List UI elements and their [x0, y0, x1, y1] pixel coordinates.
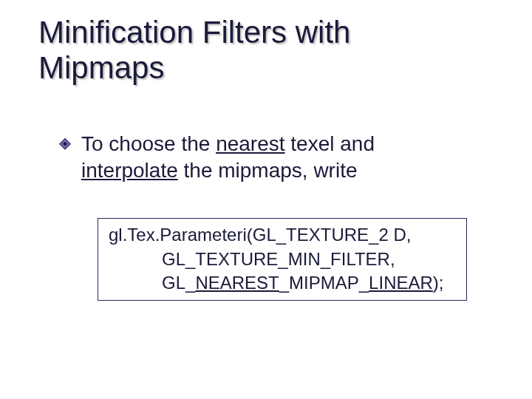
code-frag: GL_	[162, 273, 195, 293]
title-line-2: Mipmaps	[38, 50, 532, 86]
code-line-3: GL_NEAREST_MIPMAP_LINEAR);	[109, 271, 456, 295]
code-linear: LINEAR	[369, 273, 433, 293]
text-frag: the mipmaps, write	[178, 159, 358, 182]
title-line-1: Minification Filters with	[38, 15, 532, 50]
text-nearest: nearest	[216, 132, 284, 155]
slide-title: Minification Filters with Mipmaps	[0, 0, 532, 89]
code-block: gl.Tex.Parameteri(GL_TEXTURE_2 D, GL_TEX…	[98, 218, 467, 300]
text-frag: texel and	[285, 132, 375, 155]
code-line-1: gl.Tex.Parameteri(GL_TEXTURE_2 D,	[109, 223, 456, 247]
code-line-2: GL_TEXTURE_MIN_FILTER,	[109, 248, 456, 271]
code-frag: _MIPMAP_	[279, 273, 369, 293]
bullet-item: To choose the nearest texel and interpol…	[65, 131, 485, 185]
slide-body: To choose the nearest texel and interpol…	[0, 89, 532, 301]
text-frag: To choose the	[81, 132, 216, 155]
code-frag: );	[433, 273, 444, 293]
bullet-text: To choose the nearest texel and interpol…	[81, 132, 375, 182]
code-nearest: NEAREST	[195, 273, 279, 293]
diamond-bullet-icon	[59, 138, 71, 150]
text-interpolate: interpolate	[81, 159, 178, 182]
